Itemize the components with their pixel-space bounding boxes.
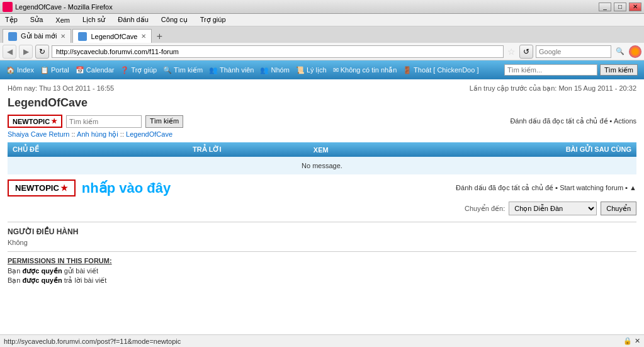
tab-favicon-2 [78,32,87,41]
nav-messages[interactable]: ✉ Không có tin nhắn [333,66,397,74]
forum-search-button[interactable]: Tìm kiếm [600,64,638,76]
nav-groups[interactable]: 👥 Nhóm [260,66,289,74]
newtopic-button-bottom[interactable]: NEWTOPIC★ [8,179,76,196]
moderator-value: Không [8,239,636,246]
table-row-empty: No message. [8,157,636,174]
tab-favicon-1 [8,32,17,41]
reload-button[interactable]: ↺ [519,45,533,59]
nav-search[interactable]: 🔍 Tìm kiếm [163,66,203,74]
col-traloi: TRẢ LỜI [138,142,276,157]
divider-2 [8,251,636,252]
newtopic-button-top[interactable]: NEWTOPIC★ [8,115,62,128]
newtopic-star-bottom: ★ [60,183,68,193]
newtopic-label-bottom: NEWTOPIC [15,183,59,193]
topic-search-input[interactable] [66,115,142,128]
empty-message: No message. [8,157,636,174]
breadcrumb-link-2[interactable]: Anh hùng hội [77,130,118,138]
last-visit: Lần truy cập trước của bạn: Mon 15 Aug 2… [470,84,636,93]
nav-profile[interactable]: 📜 Lý lịch [296,66,327,74]
maximize-button[interactable]: □ [614,3,626,11]
nav-index[interactable]: 🏠 Index [6,66,34,74]
nav-help[interactable]: ❓ Trợ giúp [120,66,157,74]
close-button[interactable]: ✕ [629,3,641,11]
menu-file[interactable]: Tệp [3,14,20,25]
tab-label-2: LegendOfCave [91,33,137,40]
moderator-title: NGƯỜI ĐIỀU HÀNH [8,227,636,236]
title-bar: LegendOfCave - Mozilla Firefox _ □ ✕ [0,0,644,14]
menu-view[interactable]: Xem [53,15,72,25]
content-area: Hôm nay: Thu 13 Oct 2011 - 16:55 Lần tru… [0,79,644,295]
forum-search-input[interactable] [504,64,597,76]
search-go-button[interactable]: 🔍 [614,45,626,58]
permissions-section: PERMISSIONS IN THIS FORUM: Bạn được quyề… [8,257,636,285]
app-icon [3,2,13,12]
minimize-button[interactable]: _ [599,3,611,11]
tab-close-2[interactable]: ✕ [141,33,146,40]
menu-bar: Tệp Sửa Xem Lịch sử Đánh dấu Công cụ Trợ… [0,14,644,26]
forum-table: CHỦ ĐỀ TRẢ LỜI XEM BÀI GỬI SAU CÙNG No m… [8,142,636,174]
chuyen-den-button[interactable]: Chuyển [601,202,636,215]
moderator-section: NGƯỜI ĐIỀU HÀNH Không [8,227,636,246]
actions-right-top[interactable]: Đánh dấu đã đọc tất cả chủ đề ▪ Actions [510,117,636,125]
bookmark-star-icon[interactable]: ☆ [507,47,516,57]
menu-tools[interactable]: Công cụ [159,14,190,25]
tab-bar: Gửi bài mới ✕ LegendOfCave ✕ + [0,26,644,43]
title-bar-text: LegendOfCave - Mozilla Firefox [15,3,113,11]
firefox-icon [629,45,641,58]
date-row: Hôm nay: Thu 13 Oct 2011 - 16:55 Lần tru… [8,84,636,93]
menu-help[interactable]: Trợ giúp [198,14,229,25]
forward-button[interactable]: ▶ [19,45,33,59]
permission-item-1: Bạn được quyền gửi bài viết [8,267,636,275]
refresh-button[interactable]: ↻ [35,45,49,59]
divider-1 [8,222,636,222]
topic-search-button[interactable]: Tìm kiếm [145,115,183,128]
toolbar-row: NEWTOPIC★ Tìm kiếm Đánh dấu đã đọc tất c… [8,115,636,128]
menu-edit[interactable]: Sửa [28,14,45,25]
actions-right-bottom: Đánh dấu đã đọc tất cả chủ đề ▪ Start wa… [456,184,636,192]
col-xem: XEM [276,142,366,157]
tab-legendofcave[interactable]: LegendOfCave ✕ [72,29,152,43]
bottom-toolbar: NEWTOPIC★ nhấp vào đây Đánh dấu đã đọc t… [8,179,636,196]
forum-nav: 🏠 Index 📋 Portal 📅 Calendar ❓ Trợ giúp 🔍… [0,60,644,79]
permissions-title: PERMISSIONS IN THIS FORUM: [8,257,636,265]
nav-members[interactable]: 👥 Thành viên [209,66,254,74]
nav-portal[interactable]: 📋 Portal [40,66,69,74]
breadcrumb-link-1[interactable]: Shaiya Cave Return [8,130,69,138]
nav-calendar[interactable]: 📅 Calendar [76,66,115,74]
current-date: Hôm nay: Thu 13 Oct 2011 - 16:55 [8,84,114,93]
tab-label-1: Gửi bài mới [21,32,57,40]
chuyen-den-row: Chuyển đến: Chọn Diễn Đàn Chuyển [8,202,636,215]
col-chude: CHỦ ĐỀ [8,142,138,157]
breadcrumb: Shaiya Cave Return :: Anh hùng hội :: Le… [8,130,636,139]
nav-bar: ◀ ▶ ↻ ☆ ↺ 🔍 [0,43,644,60]
menu-history[interactable]: Lịch sử [80,14,108,25]
new-tab-button[interactable]: + [153,30,166,43]
breadcrumb-link-3[interactable]: LegendOfCave [126,130,172,138]
menu-bookmarks[interactable]: Đánh dấu [115,14,151,25]
tab-send-post[interactable]: Gửi bài mới ✕ [3,29,71,43]
google-search-input[interactable] [536,45,611,58]
col-baigoicuoi: BÀI GỬI SAU CÙNG [366,142,636,157]
forum-search-area: Tìm kiếm [504,64,638,76]
click-hint: nhấp vào đây [82,180,171,196]
permission-item-2: Bạn được quyền trả lời bài viết [8,276,636,285]
nav-logout[interactable]: 🚪 Thoát [ ChickenDoo ] [403,66,478,74]
actions-text-bottom[interactable]: Đánh dấu đã đọc tất cả chủ đề ▪ Start wa… [456,184,636,191]
chuyen-den-label: Chuyển đến: [465,205,505,213]
chuyen-den-select[interactable]: Chọn Diễn Đàn [509,202,597,215]
tab-close-1[interactable]: ✕ [60,33,65,40]
back-button[interactable]: ◀ [3,45,16,59]
forum-title: LegendOfCave [8,96,636,110]
newtopic-star-top: ★ [51,117,57,125]
newtopic-label-top: NEWTOPIC [13,118,50,125]
address-bar[interactable] [52,45,504,58]
